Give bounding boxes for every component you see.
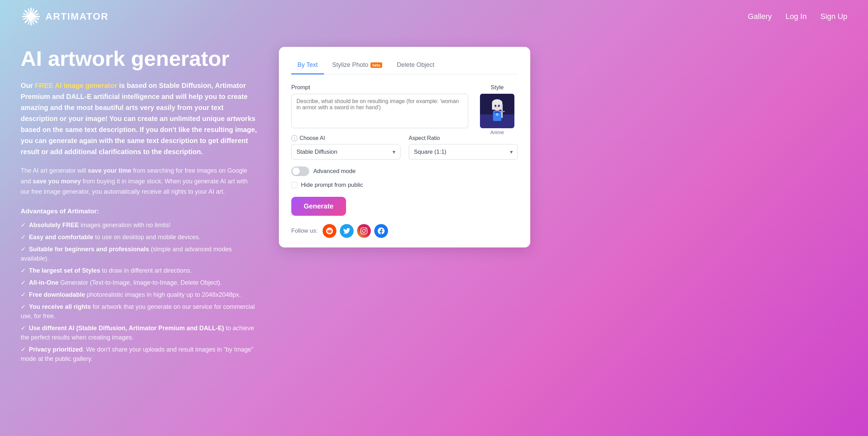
choose-ai-label: i Choose AI <box>291 135 400 141</box>
prompt-style-row: Prompt Style <box>291 84 518 128</box>
advantage-item: ✓ All-in-One Generator (Text-to-Image, I… <box>21 278 258 287</box>
svg-rect-13 <box>492 103 494 110</box>
left-side: AI artwork generator Our FREE AI image g… <box>21 47 258 364</box>
nav-signup[interactable]: Sign Up <box>820 12 847 21</box>
aspect-ratio-select-wrapper: Square (1:1) Landscape (16:9) Portrait (… <box>409 144 518 160</box>
follow-row: Follow us: <box>291 224 518 238</box>
generate-button[interactable]: Generate <box>291 197 346 216</box>
hero-description: Our FREE AI image generator is based on … <box>21 80 258 157</box>
instagram-icon[interactable] <box>357 224 371 238</box>
aspect-ratio-label: Aspect Ratio <box>409 135 518 141</box>
info-icon: i <box>291 135 297 141</box>
advanced-mode-label: Advanced mode <box>313 168 356 175</box>
advantages-title: Advantages of Artimator: <box>21 207 258 215</box>
style-label: Style <box>491 84 504 91</box>
aspect-ratio-group: Aspect Ratio Square (1:1) Landscape (16:… <box>409 135 518 160</box>
logo-icon <box>21 6 41 27</box>
generator-card: By Text Stylize Photo beta Delete Object… <box>279 47 530 247</box>
beta-badge: beta <box>370 62 383 68</box>
twitter-icon[interactable] <box>340 224 354 238</box>
advantage-item: ✓ Suitable for beginners and professiona… <box>21 245 258 263</box>
svg-point-22 <box>495 105 496 107</box>
choose-ai-group: i Choose AI Stable Diffusion Artimator P… <box>291 135 400 160</box>
advanced-mode-row: Advanced mode <box>291 166 518 176</box>
nav-login[interactable]: Log In <box>786 12 807 21</box>
header: ARTIMATOR Gallery Log In Sign Up <box>0 0 868 33</box>
style-image-wrapper[interactable]: Anime <box>480 94 514 128</box>
tab-bar: By Text Stylize Photo beta Delete Object <box>291 58 518 74</box>
choose-ai-select[interactable]: Stable Diffusion Artimator Premium DALL-… <box>291 144 400 160</box>
secondary-description: The AI art generator will save your time… <box>21 165 258 197</box>
advantage-item: ✓ Free downloadable photorealistic image… <box>21 290 258 300</box>
logo-area: ARTIMATOR <box>21 6 108 27</box>
facebook-icon[interactable] <box>374 224 388 238</box>
style-name: Anime <box>480 130 514 135</box>
reddit-icon[interactable] <box>323 224 336 238</box>
style-group: Style <box>477 84 518 128</box>
advantage-item: ✓ Privacy prioritized. We don't share yo… <box>21 345 258 364</box>
free-highlight: FREE AI image generator <box>35 82 117 89</box>
tab-by-text[interactable]: By Text <box>291 58 324 74</box>
prompt-group: Prompt <box>291 84 468 128</box>
advantage-item: ✓ Easy and comfortable to use on desktop… <box>21 233 258 242</box>
advantage-item: ✓ Use different AI (Stable Diffusion, Ar… <box>21 324 258 342</box>
hide-prompt-label: Hide prompt from public <box>301 182 363 189</box>
svg-rect-19 <box>499 111 505 112</box>
nav-gallery[interactable]: Gallery <box>748 12 772 21</box>
tab-delete-object[interactable]: Delete Object <box>390 58 440 74</box>
social-icons <box>323 224 388 238</box>
advantages-list: ✓ Absolutely FREE images generation with… <box>21 221 258 364</box>
hero-title: AI artwork generator <box>21 47 258 70</box>
logo-text: ARTIMATOR <box>45 11 108 22</box>
hide-prompt-checkbox[interactable] <box>291 182 297 188</box>
svg-point-17 <box>496 113 499 116</box>
svg-point-23 <box>499 105 500 107</box>
advantage-item: ✓ Absolutely FREE images generation with… <box>21 221 258 230</box>
aspect-ratio-select[interactable]: Square (1:1) Landscape (16:9) Portrait (… <box>409 144 518 160</box>
advanced-mode-toggle[interactable] <box>291 166 309 176</box>
prompt-label: Prompt <box>291 84 468 91</box>
ai-aspect-row: i Choose AI Stable Diffusion Artimator P… <box>291 135 518 160</box>
main-content: AI artwork generator Our FREE AI image g… <box>0 33 551 384</box>
follow-label: Follow us: <box>291 227 318 234</box>
tab-stylize-photo[interactable]: Stylize Photo beta <box>326 58 389 74</box>
advantage-item: ✓ The largest set of Styles to draw in d… <box>21 266 258 275</box>
svg-rect-16 <box>494 112 500 113</box>
prompt-input[interactable] <box>291 94 468 128</box>
hide-prompt-row: Hide prompt from public <box>291 182 518 189</box>
style-image <box>480 94 514 128</box>
toggle-knob <box>292 168 300 175</box>
anime-style-svg <box>480 94 514 128</box>
main-nav: Gallery Log In Sign Up <box>748 12 847 21</box>
choose-ai-select-wrapper: Stable Diffusion Artimator Premium DALL-… <box>291 144 400 160</box>
advantage-item: ✓ You receive all rights for artwork tha… <box>21 302 258 321</box>
